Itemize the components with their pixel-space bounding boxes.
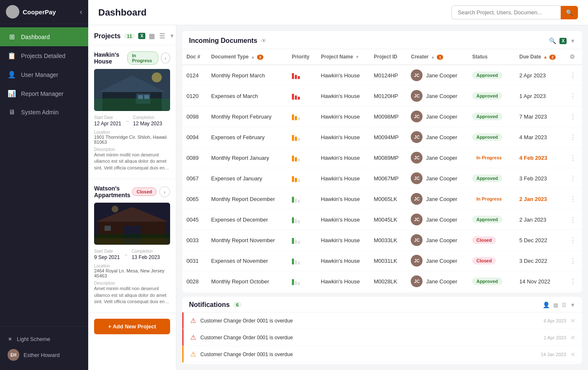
cell-doc-type: Monthly Report February — [207, 106, 288, 127]
sidebar-nav: ⊞ Dashboard 📋 Projects Detailed 👤 User M… — [0, 24, 88, 326]
sidebar-item-system-admin[interactable]: 🖥 System Admin — [0, 103, 88, 122]
sidebar-item-dashboard[interactable]: ⊞ Dashboard — [0, 27, 88, 46]
status-badge: Approved — [472, 133, 502, 141]
projects-detailed-icon: 📋 — [8, 52, 16, 60]
status-badge: In Progress — [472, 195, 506, 203]
cell-creator: JC Jane Cooper — [407, 251, 468, 271]
grid-view-icon[interactable]: ▦ — [148, 31, 156, 41]
project-card-hawkins: Hawkin's House In Progress › — [88, 45, 176, 179]
col-creator[interactable]: Creater ▲ 1 — [407, 49, 468, 65]
project-nav-btn[interactable]: › — [161, 53, 170, 63]
cell-priority — [288, 271, 317, 292]
cell-more: ⋮ — [565, 292, 582, 293]
notification-text: Customer Change Order 0001 is overdue — [200, 352, 534, 357]
table-row: 0031 Expenses of November Hawkin's House… — [182, 251, 582, 271]
col-project-name[interactable]: Project Name ▼ — [317, 49, 370, 65]
creator-name: Jane Cooper — [426, 114, 457, 120]
table-row: 0098 Monthly Report February Hawkin's Ho… — [182, 106, 582, 127]
row-more-button[interactable]: ⋮ — [570, 237, 576, 244]
cell-project: Hawkin's House — [317, 65, 370, 86]
status-badge: Approved — [472, 174, 502, 182]
incoming-docs-title: Incoming Documents — [189, 37, 257, 45]
cell-creator: JC Jane Cooper — [407, 168, 468, 189]
light-scheme-toggle[interactable]: ☀ Light Scheme — [8, 333, 81, 346]
cell-more: ⋮ — [565, 106, 582, 127]
desc-label-2: Description — [94, 281, 170, 285]
row-more-button[interactable]: ⋮ — [570, 278, 576, 285]
start-date-label: Start Date — [94, 115, 121, 120]
notif-list-icon[interactable]: ▦ — [553, 302, 558, 308]
search-button[interactable]: 🔍 — [561, 6, 578, 19]
row-more-button[interactable]: ⋮ — [570, 196, 576, 203]
cell-priority — [288, 65, 317, 86]
cell-more: ⋮ — [565, 168, 582, 189]
row-more-button[interactable]: ⋮ — [570, 257, 576, 264]
sidebar-item-projects-detailed[interactable]: 📋 Projects Detailed — [0, 46, 88, 65]
table-row: 0089 Monthly Report January Hawkin's Hou… — [182, 148, 582, 168]
notification-close-button[interactable]: ✕ — [570, 334, 575, 341]
arrow-icon: → — [125, 118, 130, 124]
cell-priority — [288, 251, 317, 271]
project-card-watsons: Watson's Appartments Closed › — [88, 179, 176, 313]
cell-project: Hawkin's House — [317, 86, 370, 106]
status-badge: Approved — [472, 113, 502, 120]
row-more-button[interactable]: ⋮ — [570, 175, 576, 182]
row-more-button[interactable]: ⋮ — [570, 154, 576, 161]
notif-grid-icon[interactable]: 👤 — [543, 301, 550, 308]
notif-filter-icon[interactable]: ▼ — [570, 302, 575, 308]
row-more-button[interactable]: ⋮ — [570, 92, 576, 100]
notifications-section: Notifications 6 👤 ▦ ☰ ▼ ⚠ Customer Chang… — [182, 297, 582, 364]
cell-project-id: M0065LK — [370, 189, 407, 209]
docs-search-icon[interactable]: 🔍 — [549, 37, 556, 44]
creator-avatar: JC — [411, 234, 423, 246]
row-more-button[interactable]: ⋮ — [570, 216, 576, 223]
table-settings-icon[interactable]: ⚙ — [570, 53, 575, 60]
col-doc-type[interactable]: Document Type ▲ 3 — [207, 49, 288, 65]
cell-project-id: M0024LK — [370, 292, 407, 293]
cell-doc-type: Monthly Report December — [207, 189, 288, 209]
sidebar-toggle-icon[interactable]: ‹ — [80, 8, 82, 16]
excel-export-icon[interactable]: X — [138, 33, 145, 39]
status-badge: Approved — [472, 92, 502, 100]
row-more-button[interactable]: ⋮ — [570, 72, 576, 79]
cell-project-id: M0098MP — [370, 106, 407, 127]
priority-indicator — [292, 71, 312, 79]
cell-doc-type: Expenses of October — [207, 292, 288, 293]
row-more-button[interactable]: ⋮ — [570, 113, 576, 120]
cell-project-id: M0067MP — [370, 168, 407, 189]
desc-text: Amet minim mollit non deserunt ullamco e… — [94, 152, 170, 171]
sidebar-item-label: Report Manager — [21, 90, 63, 97]
sidebar-item-report-manager[interactable]: 📊 Report Manager — [0, 84, 88, 103]
user-profile[interactable]: EH Esther Howard — [8, 346, 81, 364]
list-view-icon[interactable]: ☰ — [158, 31, 166, 41]
cell-status: Closed — [468, 230, 515, 251]
status-badge: Closed — [472, 257, 496, 264]
project-nav-btn-2[interactable]: › — [159, 186, 170, 197]
cell-creator: JC Jane Cooper — [407, 148, 468, 168]
creator-avatar: JC — [411, 193, 423, 205]
table-row: 0120 Expenses of March Hawkin's House M0… — [182, 86, 582, 106]
add-project-button[interactable]: + Add New Project — [94, 319, 170, 334]
row-more-button[interactable]: ⋮ — [570, 134, 576, 141]
report-manager-icon: 📊 — [8, 90, 16, 98]
notification-close-button[interactable]: ✕ — [570, 317, 575, 324]
main-area: Dashboard 🔍 Projects 11 X ▦ ☰ ▼ H — [88, 0, 588, 370]
visibility-icon[interactable]: 👁 — [261, 37, 267, 44]
logo-text: CooperPay — [23, 8, 56, 16]
cell-project-id: M0124HP — [370, 65, 407, 86]
project-card-header: Hawkin's House In Progress › — [94, 51, 170, 65]
notification-close-button[interactable]: ✕ — [570, 351, 575, 358]
projects-filter-icon[interactable]: ▼ — [168, 32, 176, 40]
notif-lines-icon[interactable]: ☰ — [562, 302, 567, 308]
creator-name: Jane Cooper — [426, 196, 457, 202]
due-date-value: 14 Nov 2022 — [520, 278, 551, 285]
docs-excel-icon[interactable]: X — [559, 38, 567, 44]
docs-filter-icon[interactable]: ▼ — [570, 38, 575, 44]
sidebar-item-user-manager[interactable]: 👤 User Manager — [0, 65, 88, 84]
completion-label-2: Completion — [131, 249, 160, 254]
sidebar-item-label: Dashboard — [21, 34, 50, 40]
cell-due-date: 2 Jan 2023 — [515, 209, 565, 230]
col-due-date[interactable]: Due Date ▲ 2 — [515, 49, 565, 65]
search-input[interactable] — [452, 5, 561, 19]
cell-doc-num: 0089 — [182, 148, 207, 168]
